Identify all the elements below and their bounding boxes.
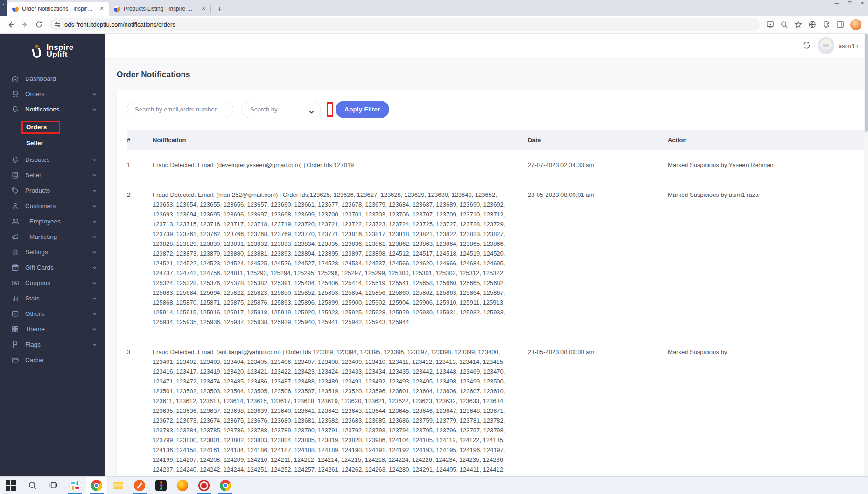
taskbar-file-explorer-icon[interactable] bbox=[107, 477, 129, 494]
apply-filter-button[interactable]: Apply Filter bbox=[336, 101, 389, 118]
sidebar-item-theme[interactable]: Theme bbox=[0, 321, 105, 337]
user-menu[interactable]: asim1 r bbox=[818, 37, 868, 54]
browser-profile-avatar[interactable] bbox=[850, 19, 861, 30]
taskbar-slack-icon[interactable] bbox=[64, 477, 86, 494]
table-row: 1Fraud Detected. Email: (developer.yasee… bbox=[127, 150, 868, 180]
taskbar-figma-icon[interactable] bbox=[150, 477, 172, 494]
browser-tab-strip: ⌄ Order Notifications - Inspire Up×Produ… bbox=[0, 0, 868, 16]
sidebar-item-employees[interactable]: Employees bbox=[0, 214, 105, 229]
sidebar-item-marketing[interactable]: Marketing bbox=[0, 229, 105, 244]
tab-close-icon[interactable]: × bbox=[200, 5, 207, 13]
folder-icon bbox=[11, 356, 25, 364]
sidebar: ✳ InspireUplift DashboardOrdersNotificat… bbox=[0, 34, 105, 476]
tab-close-icon[interactable]: × bbox=[98, 5, 105, 13]
tab-list: Order Notifications - Inspire Up×Product… bbox=[7, 2, 211, 16]
column-header: Action bbox=[668, 130, 868, 150]
table-body: 1Fraud Detected. Email: (developer.yasee… bbox=[127, 150, 868, 476]
users-icon bbox=[11, 217, 25, 225]
taskbar-chrome-icon[interactable] bbox=[86, 477, 107, 494]
address-bar[interactable]: ods-front.itdeptiu.com/notifications/ord… bbox=[49, 18, 760, 31]
globe-icon[interactable] bbox=[808, 21, 816, 28]
chevron-down-icon bbox=[92, 220, 97, 223]
install-app-icon[interactable] bbox=[766, 21, 774, 28]
grid-icon bbox=[11, 325, 25, 333]
sidebar-item-products[interactable]: Products bbox=[0, 183, 105, 198]
page-scrollbar[interactable] bbox=[864, 34, 868, 476]
chevron-down-icon bbox=[92, 282, 97, 285]
back-button[interactable] bbox=[5, 19, 17, 31]
refresh-sync-icon[interactable] bbox=[802, 41, 811, 51]
inspire-uplift-logo: ✳ InspireUplift bbox=[0, 34, 105, 68]
zoom-icon[interactable] bbox=[780, 21, 788, 28]
sidebar-nav: DashboardOrdersNotificationsOrdersSeller… bbox=[0, 68, 105, 370]
chevron-down-icon bbox=[92, 266, 97, 269]
column-header: # bbox=[127, 130, 153, 150]
sidebar-item-coupons[interactable]: Coupons bbox=[0, 275, 105, 291]
taskbar-chrome2-icon[interactable] bbox=[215, 477, 236, 494]
sidebar-item-customers[interactable]: Customers bbox=[0, 198, 105, 214]
gift-icon bbox=[11, 264, 25, 271]
sidebar-item-settings[interactable]: Settings bbox=[0, 244, 105, 260]
cell-date: 23-05-2023 08:00:01 am bbox=[528, 180, 668, 337]
bookmark-star-icon[interactable] bbox=[794, 21, 802, 28]
sidebar-item-notifications[interactable]: Notifications bbox=[0, 102, 105, 117]
chevron-down-icon bbox=[92, 251, 97, 254]
sidebar-item-orders[interactable]: Orders bbox=[0, 86, 105, 102]
new-tab-button[interactable]: + bbox=[214, 3, 226, 15]
sidebar-item-others[interactable]: Others bbox=[0, 306, 105, 321]
search-input[interactable] bbox=[127, 101, 233, 118]
bell-icon bbox=[11, 105, 25, 113]
reload-button[interactable] bbox=[33, 19, 45, 31]
taskbar-search-icon[interactable] bbox=[21, 477, 43, 494]
taskbar-recorder-icon[interactable] bbox=[193, 477, 215, 494]
column-header: Date bbox=[528, 130, 668, 150]
cell-num: 2 bbox=[127, 180, 153, 337]
user-icon bbox=[11, 202, 25, 210]
sidebar-subitem-seller[interactable]: Seller bbox=[0, 137, 105, 149]
close-button[interactable]: ✕ bbox=[861, 0, 864, 6]
chevron-down-icon bbox=[92, 159, 97, 161]
megaphone-icon bbox=[11, 233, 25, 241]
sidebar-subitem-orders[interactable]: Orders bbox=[0, 118, 105, 137]
maximize-button[interactable]: ❐ bbox=[848, 0, 851, 6]
favicon-icon bbox=[114, 6, 120, 12]
table-header: #NotificationDateAction bbox=[127, 130, 868, 150]
username: asim1 r bbox=[839, 42, 859, 49]
taskbar-task-view-icon[interactable] bbox=[43, 477, 64, 494]
browser-tab[interactable]: Order Notifications - Inspire Up× bbox=[7, 2, 109, 16]
user-avatar bbox=[818, 37, 834, 54]
sidebar-item-dashboard[interactable]: Dashboard bbox=[0, 71, 105, 86]
minimize-button[interactable]: — bbox=[834, 0, 839, 6]
notifications-card: Search by Apply Filter #NotificationDate… bbox=[117, 90, 868, 476]
sidebar-item-flags[interactable]: Flags bbox=[0, 337, 105, 352]
browser-tab[interactable]: Products Listing - Inspire Uplift× bbox=[109, 2, 211, 16]
tab-search-icon[interactable]: ⌄ bbox=[0, 0, 7, 16]
taskbar-pen-tool-app-icon[interactable] bbox=[129, 477, 150, 494]
sidebar-item-stats[interactable]: Stats bbox=[0, 291, 105, 306]
side-panel-icon[interactable] bbox=[836, 21, 844, 28]
search-by-select[interactable]: Search by bbox=[241, 101, 321, 118]
annotation-red-box bbox=[327, 102, 333, 117]
url-text[interactable]: ods-front.itdeptiu.com/notifications/ord… bbox=[64, 21, 175, 28]
sidebar-item-cache[interactable]: Cache bbox=[0, 352, 105, 368]
site-info-icon[interactable] bbox=[55, 23, 60, 26]
chevron-down-icon bbox=[92, 328, 97, 331]
taskbar-firefox-icon[interactable] bbox=[172, 477, 193, 494]
forward-button[interactable] bbox=[19, 19, 31, 31]
taskbar-windows-start-icon[interactable] bbox=[0, 477, 21, 494]
sidebar-item-seller[interactable]: Seller bbox=[0, 167, 105, 183]
tag-icon bbox=[11, 187, 25, 195]
browser-toolbar: ods-front.itdeptiu.com/notifications/ord… bbox=[0, 16, 868, 34]
sidebar-item-gift-cards[interactable]: Gift Cards bbox=[0, 260, 105, 275]
sidebar-item-disputes[interactable]: Disputes bbox=[0, 152, 105, 167]
chevron-down-icon bbox=[92, 343, 97, 346]
cell-date: 23-05-2023 08:00:00 am bbox=[528, 337, 668, 476]
extensions-puzzle-icon[interactable] bbox=[822, 21, 830, 28]
chart-icon bbox=[11, 294, 25, 302]
chevron-down-icon bbox=[92, 313, 97, 315]
table-row: 2Fraud Detected. Email: (marif252@gmail.… bbox=[127, 180, 868, 337]
notifications-table: #NotificationDateAction 1Fraud Detected.… bbox=[127, 130, 868, 476]
bell-icon bbox=[11, 156, 25, 164]
cart-icon bbox=[11, 90, 25, 98]
app-header: asim1 r bbox=[105, 34, 868, 58]
